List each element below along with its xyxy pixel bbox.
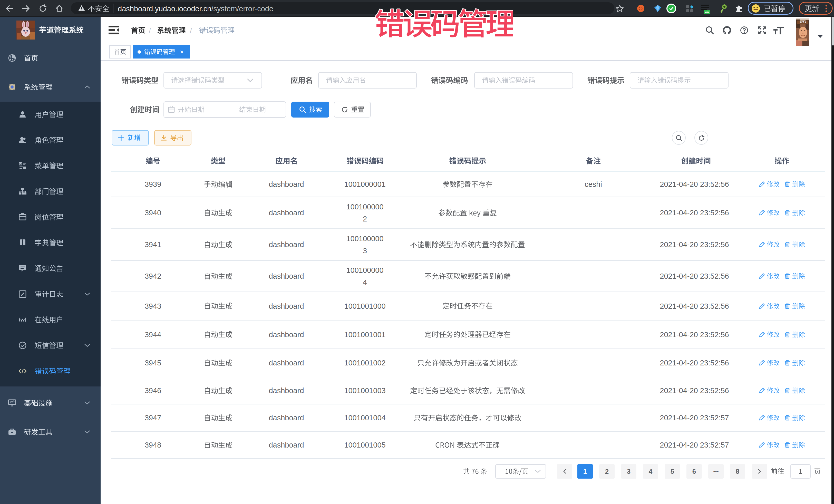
svg-text:on: on — [705, 10, 709, 14]
